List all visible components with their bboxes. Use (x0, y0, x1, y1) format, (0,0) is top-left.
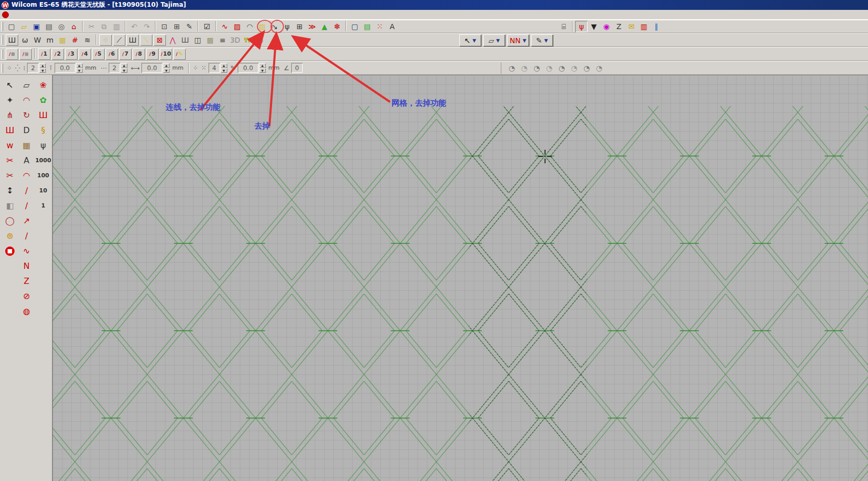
offset-a-spinner[interactable]: ▲▼ (76, 63, 83, 73)
toolbar-grip[interactable] (2, 49, 3, 59)
stop-hand-icon[interactable]: ■ (2, 243, 18, 258)
motif-fill-icon[interactable]: ◫ (191, 34, 204, 46)
needle-6-button[interactable]: 6 (106, 48, 118, 60)
cut-needle-icon[interactable]: ✂ (2, 168, 18, 183)
arch-fill-icon[interactable]: ⋀ (166, 34, 179, 46)
ascend-arrow-icon[interactable]: ↗ (18, 213, 35, 228)
hoop-frame-icon[interactable]: ⌸ (558, 21, 570, 32)
monitor-icon[interactable]: ▢ (348, 21, 361, 32)
flower-wreath-icon[interactable]: ✿ (35, 93, 51, 108)
grid-toggle-icon[interactable]: ⊞ (293, 21, 306, 32)
fill-yellow-icon[interactable]: ▨ (256, 21, 268, 32)
sewing-machine-icon[interactable]: ⌂ (68, 21, 80, 32)
ray-fill-icon[interactable]: ⟍ (140, 34, 152, 46)
redo-icon[interactable]: ↷ (140, 21, 153, 32)
chevron-down-icon[interactable]: ▼ (523, 38, 526, 43)
grid-count-spinner[interactable]: ▲▼ (39, 63, 46, 73)
flower-bitmap-icon[interactable]: ✽ (331, 21, 343, 32)
line-fill-icon[interactable]: ≡ (216, 34, 229, 46)
menu-help[interactable] (106, 14, 115, 16)
stitch-flag-1-icon[interactable]: ◔ (506, 62, 518, 74)
needle-spacing-icon[interactable]: ψ (35, 138, 51, 153)
toolbar-grip[interactable] (2, 35, 3, 45)
satin-width-icon[interactable]: Ш (35, 108, 51, 123)
run-stitch-icon[interactable]: ∿ (218, 21, 231, 32)
spiral-shell-icon[interactable]: ◍ (18, 304, 35, 319)
menu-edit[interactable] (21, 14, 31, 16)
zoom-100-icon[interactable]: 100 (35, 168, 51, 183)
satin-stitch-icon[interactable]: Ш (6, 34, 18, 46)
picture-view-icon[interactable]: ▲ (318, 21, 331, 32)
menu-window[interactable] (96, 14, 106, 16)
stitch-flag-3-icon[interactable]: ◔ (530, 62, 543, 74)
needle-10-button[interactable]: 10 (160, 48, 172, 60)
offset-a-field[interactable]: 0.0 (55, 63, 75, 73)
zigzag-select-icon[interactable]: Ш (2, 123, 18, 138)
zoom-10-icon[interactable]: 10 (35, 183, 51, 198)
needle-5-button[interactable]: 5 (92, 48, 105, 60)
cut-icon[interactable]: ✂ (85, 21, 98, 32)
menu-insert[interactable] (40, 14, 49, 16)
print-preview-icon[interactable]: ◎ (55, 21, 68, 32)
fill-stitch-icon[interactable]: ▨ (231, 21, 243, 32)
letter-values-icon[interactable]: A (386, 21, 398, 32)
stitch-list-icon[interactable]: ▥ (638, 21, 650, 32)
fan-cards-icon[interactable]: ◧ (2, 198, 18, 213)
reshape-dropdown[interactable]: ▱▼ (483, 34, 505, 46)
offset-b-spinner[interactable]: ▲▼ (163, 63, 170, 73)
spool-bulb-icon[interactable]: ⊚ (2, 228, 18, 243)
needle-solid-icon[interactable]: ▼ (588, 21, 600, 32)
satin-column-icon[interactable]: Ш (179, 34, 191, 46)
options-check-icon[interactable]: ☑ (201, 21, 213, 32)
chevron-down-icon[interactable]: ▼ (544, 38, 548, 43)
copy-count-field[interactable]: 2 (109, 63, 120, 73)
menu-arrange[interactable] (68, 14, 77, 16)
stitch-flag-2-icon[interactable]: ◔ (518, 62, 530, 74)
sparse-fill-icon[interactable]: ⁘ (99, 34, 112, 46)
red-grid-fill-icon[interactable]: # (69, 34, 81, 46)
menu-stitch[interactable] (49, 14, 59, 16)
zoom-1000-icon[interactable]: 1000 (35, 153, 51, 168)
stitch-flag-5-icon[interactable]: ◔ (555, 62, 568, 74)
short-line-icon[interactable]: ∕ (18, 228, 35, 243)
dashed-line-tool-icon[interactable]: ∕ (18, 198, 35, 213)
reshape-object-icon[interactable]: ✎ (183, 21, 196, 32)
circle-stitch-icon[interactable]: ↻ (18, 108, 35, 123)
double-stitch-icon[interactable]: ≫ (306, 21, 318, 32)
select-tool-icon[interactable]: ↖ (2, 77, 18, 93)
updown-needle-icon[interactable]: ↕ (2, 183, 18, 198)
zigzag-stitch-icon[interactable]: W (31, 34, 44, 46)
lettering-tool-icon[interactable]: A (18, 153, 35, 168)
thread-spool-icon[interactable]: § (35, 123, 51, 138)
save-icon[interactable]: ▣ (30, 21, 43, 32)
chevron-down-icon[interactable]: ▼ (472, 38, 476, 43)
n-shape-tool-icon[interactable]: N (18, 258, 35, 274)
design-case-icon[interactable]: ✉ (625, 21, 638, 32)
satin-scissors-icon[interactable]: ✂ (2, 153, 18, 168)
plaid-pattern-icon[interactable]: ▦ (18, 138, 35, 153)
group-sew-icon[interactable]: ⧈ (19, 48, 32, 60)
calc-z-icon[interactable]: Z (613, 21, 625, 32)
selected-motif-column[interactable] (469, 106, 587, 481)
chevron-down-icon[interactable]: ▼ (496, 38, 500, 43)
tatami-fill-icon[interactable]: ▩ (56, 34, 69, 46)
dome-shape-icon[interactable]: ◠ (18, 93, 35, 108)
dome-nodes-icon[interactable]: ◠ (18, 168, 35, 183)
offset-c-field[interactable]: 0.0 (238, 63, 258, 73)
menu-image[interactable] (77, 14, 87, 16)
weave-fill-icon[interactable]: Ш (126, 34, 139, 46)
stitch-flag-7-icon[interactable]: ◔ (580, 62, 593, 74)
pattern-fill-icon[interactable]: ▩ (204, 34, 216, 46)
new-file-icon[interactable]: ▢ (5, 21, 18, 32)
z-shape-tool-icon[interactable]: Z (18, 274, 35, 289)
loop-stitch-icon[interactable]: ω (19, 34, 31, 46)
needle-7-button[interactable]: 7 (119, 48, 132, 60)
offset-c-spinner[interactable]: ▲▼ (259, 63, 266, 73)
offset-b-field[interactable]: 0.0 (141, 63, 162, 73)
needle-1-button[interactable]: 1 (38, 48, 50, 60)
grid-count-field[interactable]: 2 (27, 63, 38, 73)
outline-icon[interactable]: ◠ (243, 21, 256, 32)
no-star-icon[interactable]: ⊘ (18, 289, 35, 304)
angle-field[interactable]: 0 (291, 63, 303, 73)
menu-file[interactable] (12, 14, 21, 16)
